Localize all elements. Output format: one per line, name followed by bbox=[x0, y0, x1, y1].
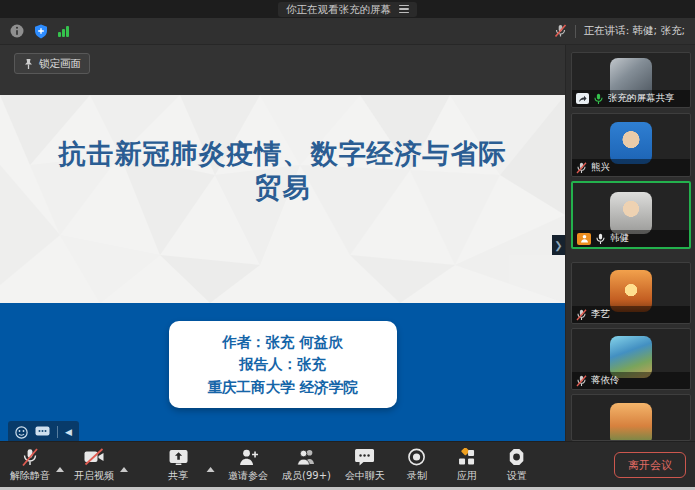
toolbar-left-group: 解除静音 开启视频 bbox=[6, 442, 132, 488]
speaking-now-text: 正在讲话: 韩健; 张充; bbox=[584, 24, 685, 38]
presenter-line: 报告人：张充 bbox=[177, 353, 389, 375]
mic-muted-icon bbox=[576, 162, 587, 174]
sidebar-collapse-handle[interactable]: ❯ bbox=[552, 235, 565, 255]
participant-label: 李艺 bbox=[572, 306, 690, 323]
toolbar-center-group: 共享 邀请参会 成员(99+) 会中聊天 bbox=[156, 442, 539, 488]
pin-icon bbox=[23, 58, 34, 70]
chat-button[interactable]: 会中聊天 bbox=[341, 446, 389, 485]
apps-button[interactable]: 应用 bbox=[445, 446, 489, 485]
window-titlebar: 你正在观看张充的屏幕 bbox=[0, 0, 695, 18]
participant-tile[interactable]: 熊兴 bbox=[571, 113, 691, 177]
meeting-statusbar: 正在讲话: 韩健; 张充; bbox=[0, 18, 695, 45]
participant-name: 李艺 bbox=[591, 308, 610, 321]
share-screen-button[interactable]: 共享 bbox=[156, 446, 200, 485]
record-button[interactable]: 录制 bbox=[395, 446, 439, 485]
slide-title-area: 抗击新冠肺炎疫情、数字经济与省际 贸易 bbox=[0, 95, 565, 303]
participant-label: 韩健 bbox=[573, 230, 689, 247]
comment-icon[interactable] bbox=[35, 426, 50, 438]
speaker-mic-muted-icon bbox=[554, 24, 567, 38]
reaction-toolbar: ◀ bbox=[8, 421, 79, 443]
emoji-icon[interactable] bbox=[15, 426, 28, 439]
members-label: 成员(99+) bbox=[282, 469, 331, 483]
slide-title-line2: 贸易 bbox=[0, 171, 565, 205]
share-screen-icon bbox=[168, 448, 188, 467]
chat-label: 会中聊天 bbox=[345, 469, 385, 483]
members-icon bbox=[296, 448, 317, 467]
status-divider bbox=[575, 25, 576, 38]
participant-name: 熊兴 bbox=[591, 161, 610, 174]
viewing-title: 你正在观看张充的屏幕 bbox=[286, 2, 391, 17]
view-menu-icon[interactable] bbox=[399, 5, 409, 14]
participant-label: 熊兴 bbox=[572, 159, 690, 176]
apps-grid-icon bbox=[458, 448, 476, 467]
status-left-group bbox=[10, 24, 69, 39]
share-options-caret[interactable] bbox=[206, 467, 214, 472]
mic-muted-icon bbox=[576, 309, 587, 321]
participant-label: 蒋依伶 bbox=[572, 372, 690, 389]
meeting-info-icon[interactable] bbox=[10, 24, 24, 38]
unmute-label: 解除静音 bbox=[10, 469, 50, 483]
slide-title: 抗击新冠肺炎疫情、数字经济与省际 贸易 bbox=[0, 137, 565, 205]
lock-view-label: 锁定画面 bbox=[39, 57, 81, 71]
participant-tile-active-speaker[interactable]: 韩健 bbox=[571, 181, 691, 249]
members-button[interactable]: 成员(99+) bbox=[278, 446, 335, 485]
participant-name: 蒋依伶 bbox=[591, 374, 620, 387]
record-label: 录制 bbox=[407, 469, 427, 483]
video-options-caret[interactable] bbox=[120, 467, 128, 472]
mic-muted-icon bbox=[21, 448, 39, 467]
mic-muted-icon bbox=[576, 375, 587, 387]
screen-share-badge-icon bbox=[576, 93, 589, 104]
author-line: 作者：张充 何益欣 bbox=[177, 331, 389, 353]
leave-meeting-button[interactable]: 离开会议 bbox=[614, 452, 686, 478]
participant-tile[interactable]: 蒋依伶 bbox=[571, 328, 691, 390]
slide-title-line1: 抗击新冠肺炎疫情、数字经济与省际 bbox=[0, 137, 565, 171]
slide-author-box: 作者：张充 何益欣 报告人：张充 重庆工商大学 经济学院 bbox=[169, 321, 397, 408]
participant-tile-clipped[interactable] bbox=[571, 394, 691, 441]
avatar bbox=[610, 403, 652, 441]
invite-person-icon bbox=[238, 448, 258, 467]
participant-label: 张充的屏幕共享 bbox=[572, 90, 690, 107]
host-badge-icon bbox=[577, 233, 591, 245]
camera-off-icon bbox=[83, 448, 105, 467]
chat-icon bbox=[355, 448, 375, 467]
network-signal-icon[interactable] bbox=[58, 25, 69, 37]
meeting-toolbar: 解除静音 开启视频 共享 邀请 bbox=[0, 441, 695, 487]
leave-meeting-label: 离开会议 bbox=[628, 458, 672, 473]
unmute-button[interactable]: 解除静音 bbox=[6, 446, 54, 485]
affiliation-line: 重庆工商大学 经济学院 bbox=[177, 376, 389, 398]
presentation-slide: 抗击新冠肺炎疫情、数字经济与省际 贸易 作者：张充 何益欣 报告人：张充 重庆工… bbox=[0, 95, 565, 458]
slide-blue-band: 作者：张充 何益欣 报告人：张充 重庆工商大学 经济学院 ◀ bbox=[0, 303, 565, 458]
participant-tile[interactable]: 李艺 bbox=[571, 262, 691, 324]
collapse-left-icon[interactable]: ◀ bbox=[65, 428, 72, 437]
lock-view-button[interactable]: 锁定画面 bbox=[14, 53, 90, 74]
participant-name: 张充的屏幕共享 bbox=[608, 92, 675, 105]
security-shield-icon[interactable] bbox=[34, 24, 48, 39]
settings-label: 设置 bbox=[507, 469, 527, 483]
participant-name: 韩健 bbox=[610, 232, 629, 245]
apps-label: 应用 bbox=[457, 469, 477, 483]
participants-sidebar: 张充的屏幕共享 熊兴 韩健 bbox=[565, 45, 695, 441]
start-video-button[interactable]: 开启视频 bbox=[70, 446, 118, 485]
record-icon bbox=[408, 448, 426, 467]
status-right-group: 正在讲话: 韩健; 张充; bbox=[554, 24, 685, 38]
mic-on-icon bbox=[593, 93, 604, 105]
participant-tile-screen-share[interactable]: 张充的屏幕共享 bbox=[571, 52, 691, 108]
share-screen-label: 共享 bbox=[168, 469, 188, 483]
avatar bbox=[610, 192, 652, 234]
start-video-label: 开启视频 bbox=[74, 469, 114, 483]
viewing-title-pill: 你正在观看张充的屏幕 bbox=[278, 2, 417, 17]
avatar bbox=[610, 122, 652, 164]
invite-button[interactable]: 邀请参会 bbox=[224, 446, 272, 485]
mic-on-icon bbox=[595, 233, 606, 245]
reaction-divider bbox=[57, 426, 58, 438]
gear-icon bbox=[508, 448, 526, 467]
invite-label: 邀请参会 bbox=[228, 469, 268, 483]
audio-options-caret[interactable] bbox=[56, 467, 64, 472]
meeting-window: 你正在观看张充的屏幕 正在讲话: 韩健; 张充; bbox=[0, 0, 695, 490]
settings-button[interactable]: 设置 bbox=[495, 446, 539, 485]
shared-screen-stage: 锁定画面 bbox=[0, 45, 565, 441]
